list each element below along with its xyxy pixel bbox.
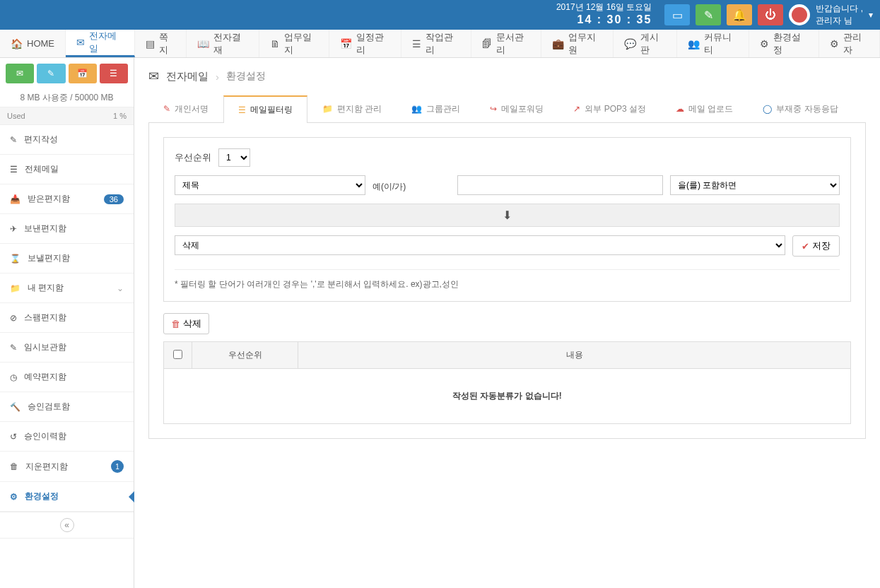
calendar-icon: 📅	[340, 38, 352, 49]
priority-label: 우선순위	[175, 151, 211, 164]
sb-allmail[interactable]: ☰전체메일	[0, 155, 134, 184]
sb-mymail[interactable]: 📁내 편지함⌄	[0, 274, 134, 303]
tab-group[interactable]: 👥그룹관리	[397, 95, 475, 122]
sb-compose[interactable]: ✎편지작성	[0, 125, 134, 155]
stack-icon: ☰	[10, 165, 18, 175]
tab-forward[interactable]: ↪메일포워딩	[475, 95, 558, 122]
nav-board[interactable]: 💬게시판	[614, 30, 677, 57]
delete-button[interactable]: 🗑 삭제	[163, 313, 209, 334]
action-row: 삭제 ✔ 저장	[175, 235, 840, 257]
th-checkbox	[164, 342, 192, 369]
sb-spam[interactable]: ⊘스팸편지함	[0, 303, 134, 333]
nav-approval[interactable]: 📖전자결재	[187, 30, 259, 57]
id-card-button[interactable]: ▭	[664, 4, 690, 25]
gear-icon: ⚙	[760, 38, 769, 49]
filter-note: * 필터링 할 단어가 여러개인 경우는 ','로 분리해서 입력하세요. ex…	[175, 269, 840, 290]
usage-bar: Used 1 %	[0, 107, 134, 125]
check-icon: ✔	[802, 241, 809, 252]
nav-admin[interactable]: ⚙관리자	[819, 30, 880, 57]
sb-sent[interactable]: ✈보낸편지함	[0, 214, 134, 244]
nav-community[interactable]: 👥커뮤니티	[677, 30, 749, 57]
cog-icon: ⚙	[830, 38, 839, 49]
tab-upload[interactable]: ☁메일 업로드	[661, 95, 748, 122]
save-button[interactable]: ✔ 저장	[792, 235, 840, 257]
cloud-icon: ☁	[676, 104, 684, 114]
sb-approval-history[interactable]: ↺승인이력함	[0, 422, 134, 452]
arrow-down-icon: ⬇	[503, 209, 512, 221]
select-all-checkbox[interactable]	[173, 350, 182, 359]
clock-icon: ◷	[10, 372, 17, 382]
priority-select[interactable]: 1	[218, 148, 250, 167]
trash-small-icon: 🗑	[171, 319, 180, 329]
draft-icon: ✎	[10, 343, 17, 353]
tab-signature[interactable]: ✎개인서명	[148, 95, 223, 122]
cond-text: 예(이/가)	[372, 178, 450, 193]
nav-worklog[interactable]: 🗎업무일지	[259, 30, 329, 57]
filter-table: 우선순위 내용 작성된 자동분류가 없습니다!	[163, 341, 851, 424]
tab-away[interactable]: ◯부재중 자동응답	[748, 95, 852, 122]
calendar-button[interactable]: 📅	[69, 64, 97, 83]
storage-button[interactable]: ☰	[100, 64, 128, 83]
nav-task[interactable]: ☰작업관리	[401, 30, 471, 57]
trash-icon: 🗑	[10, 461, 18, 471]
sidebar-collapse: «	[0, 512, 134, 539]
avatar	[789, 4, 810, 25]
empty-message: 작성된 자동분류가 없습니다!	[164, 369, 851, 424]
breadcrumb: ✉ 전자메일 › 환경설정	[148, 69, 866, 84]
keyword-input[interactable]	[457, 175, 663, 195]
trash-badge: 1	[111, 460, 124, 473]
action-select[interactable]: 삭제	[175, 235, 785, 255]
sidebar: ✉ ✎ 📅 ☰ 8 MB 사용중 / 50000 MB Used 1 % ✎편지…	[0, 58, 134, 588]
nav-support[interactable]: 💼업무지원	[541, 30, 614, 57]
compose-button[interactable]: ✉	[6, 64, 34, 83]
nav-document[interactable]: 🗐문서관리	[471, 30, 541, 57]
th-priority: 우선순위	[192, 342, 298, 369]
sb-reserved[interactable]: ◷예약편지함	[0, 363, 134, 392]
power-button[interactable]: ⏻	[758, 4, 783, 25]
inbox-icon: 📥	[10, 194, 20, 204]
top-nav: 🏠HOME ✉전자메일 ▤쪽지 📖전자결재 🗎업무일지 📅일정관리 ☰작업관리 …	[0, 30, 880, 58]
field-select[interactable]: 제목	[175, 175, 365, 195]
sb-inbox[interactable]: 📥받은편지함36	[0, 184, 134, 214]
mail-large-icon: ✉	[148, 69, 159, 84]
main-content: ✉ 전자메일 › 환경설정 ✎개인서명 ☰메일필터링 📁편지함 관리 👥그룹관리…	[134, 58, 880, 588]
bell-button[interactable]: 🔔	[727, 4, 752, 25]
user-greeting: 반갑습니다 , 관리자 님	[816, 3, 863, 27]
match-select[interactable]: 을(를) 포함하면	[670, 175, 840, 195]
sb-approval-review[interactable]: 🔨승인검토함	[0, 392, 134, 422]
edit-mail-button[interactable]: ✎	[37, 64, 65, 83]
nav-settings[interactable]: ⚙환경설정	[749, 30, 819, 57]
empty-row: 작성된 자동분류가 없습니다!	[164, 369, 851, 424]
tab-filter[interactable]: ☰메일필터링	[223, 95, 307, 123]
nav-schedule[interactable]: 📅일정관리	[329, 30, 401, 57]
sidebar-actions: ✉ ✎ 📅 ☰	[0, 58, 134, 89]
user-dropdown[interactable]: 반갑습니다 , 관리자 님 ▾	[789, 3, 873, 27]
th-content: 내용	[298, 342, 851, 369]
edit-button[interactable]: ✎	[696, 4, 721, 25]
usage-text: 8 MB 사용중 / 50000 MB	[0, 89, 134, 107]
chevron-right-icon: ›	[216, 71, 219, 83]
gavel-icon: 🔨	[10, 402, 20, 412]
filter-icon: ☰	[238, 105, 246, 115]
header-date: 2017년 12월 16일 토요일	[556, 2, 652, 13]
sb-trash[interactable]: 🗑지운편지함1	[0, 452, 134, 482]
sb-draft[interactable]: ✎임시보관함	[0, 333, 134, 363]
book-icon: 📖	[197, 38, 209, 49]
folder-icon: 📁	[10, 283, 20, 293]
nav-home[interactable]: 🏠HOME	[0, 30, 66, 57]
priority-row: 우선순위 1	[175, 148, 840, 167]
header-time: 14 : 30 : 35	[556, 13, 652, 28]
collapse-button[interactable]: «	[60, 518, 74, 532]
tab-pop3[interactable]: ↗외부 POP3 설정	[558, 95, 661, 122]
external-icon: ↗	[573, 104, 580, 114]
list-icon: ☰	[412, 38, 421, 49]
compose-icon: ✎	[10, 135, 17, 145]
nav-email[interactable]: ✉전자메일	[66, 30, 135, 57]
sb-outbox[interactable]: ⌛보낼편지함	[0, 244, 134, 274]
tab-mailbox[interactable]: 📁편지함 관리	[307, 95, 397, 122]
send-icon: ✈	[10, 224, 17, 234]
sb-settings[interactable]: ⚙환경설정	[0, 482, 134, 512]
nav-message[interactable]: ▤쪽지	[135, 30, 187, 57]
home-icon: 🏠	[11, 38, 23, 49]
chevron-down-icon: ⌄	[117, 283, 124, 293]
